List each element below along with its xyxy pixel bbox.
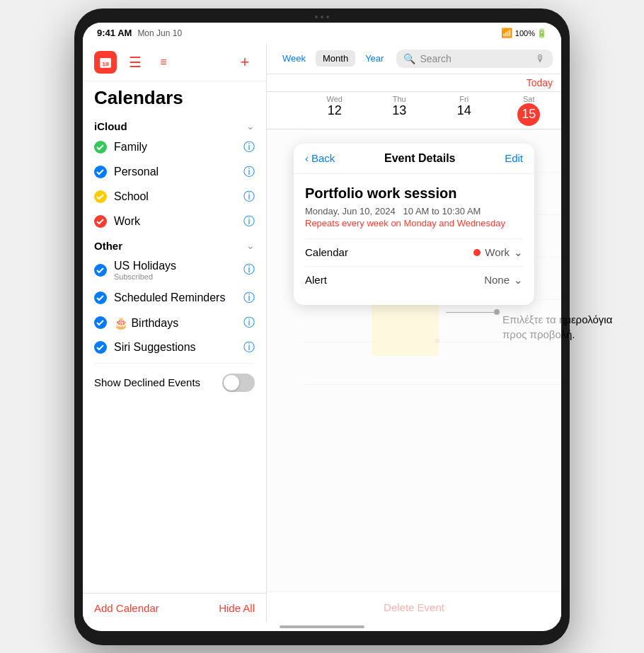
calendar-app-icon[interactable]: 10: [94, 51, 117, 74]
list-icon[interactable]: ≡: [154, 52, 173, 72]
calendar-field-value[interactable]: Work ⌄: [473, 246, 523, 259]
scheduled-reminders-info-icon[interactable]: ⓘ: [243, 291, 255, 306]
calendar-main: Week Month Year 🔍 Search 🎙 Today: [267, 44, 561, 623]
microphone-icon[interactable]: 🎙: [536, 53, 546, 64]
edit-button[interactable]: Edit: [505, 152, 523, 164]
search-bar[interactable]: 🔍 Search 🎙: [396, 50, 553, 68]
sidebar-item-work[interactable]: Work ⓘ: [83, 209, 266, 234]
wifi-icon: 📶: [501, 28, 512, 38]
personal-info-icon[interactable]: ⓘ: [243, 165, 255, 180]
birthdays-label: 🎂 Birthdays: [114, 316, 236, 330]
other-section-header[interactable]: Other ⌄: [83, 234, 266, 255]
year-view-button[interactable]: Year: [358, 50, 391, 67]
scheduled-reminders-dot: [94, 291, 107, 304]
day-header-sat: Sat 15: [497, 92, 562, 129]
event-detail-overlay: ‹ Back Event Details Edit Portfolio work…: [267, 129, 561, 623]
other-chevron-icon: ⌄: [246, 240, 255, 251]
day-label-thu: Thu: [367, 95, 432, 103]
status-time: 9:41 AM: [97, 28, 132, 38]
calendar-field-label: Calendar: [305, 246, 348, 258]
sidebar-item-scheduled-reminders[interactable]: Scheduled Reminders ⓘ: [83, 286, 266, 311]
calendar-header: Week Month Year 🔍 Search 🎙: [267, 44, 561, 74]
event-date-label: Monday, Jun 10, 2024: [305, 206, 396, 216]
sidebar-item-siri-suggestions[interactable]: Siri Suggestions ⓘ: [83, 335, 266, 360]
event-detail-card: ‹ Back Event Details Edit Portfolio work…: [294, 144, 534, 305]
sidebar-item-family[interactable]: Family ⓘ: [83, 135, 266, 160]
inbox-icon[interactable]: ☰: [125, 52, 145, 72]
day-label-fri: Fri: [432, 95, 497, 103]
day-num-wed: 12: [302, 103, 367, 118]
family-calendar-label: Family: [114, 141, 236, 154]
work-calendar-label: Work: [114, 215, 236, 228]
day-header-fri: Fri 14: [432, 92, 497, 129]
work-calendar-dot: [473, 249, 481, 256]
sidebar-footer: Add Calendar Hide All: [83, 593, 266, 623]
school-calendar-label: School: [114, 190, 236, 203]
days-header: Wed 12 Thu 13 Fri 14 Sat 15: [267, 92, 561, 129]
card-title: Event Details: [384, 152, 455, 165]
svg-text:10: 10: [103, 61, 109, 67]
status-day: Mon Jun 10: [137, 28, 182, 38]
work-info-icon[interactable]: ⓘ: [243, 214, 255, 229]
personal-dot: [94, 166, 107, 178]
sidebar-item-personal[interactable]: Personal ⓘ: [83, 160, 266, 185]
event-time-label: 10 AM to 10:30 AM: [403, 206, 481, 216]
battery-icon: 100% 🔋: [515, 28, 547, 38]
siri-suggestions-label: Siri Suggestions: [114, 341, 236, 354]
battery-label: 100%: [515, 29, 535, 37]
alert-chevron-icon: ⌄: [514, 274, 523, 287]
alert-value-text: None: [484, 274, 510, 286]
month-view-button[interactable]: Month: [316, 50, 355, 67]
sidebar-scroll: iCloud ⌄ Family ⓘ: [83, 112, 266, 593]
us-holidays-label: US Holidays: [114, 260, 236, 272]
card-body: Portfolio work session Monday, Jun 10, 2…: [294, 174, 534, 305]
alert-field-label: Alert: [305, 274, 327, 286]
week-view-button[interactable]: Week: [275, 50, 313, 67]
sidebar-item-birthdays[interactable]: 🎂 Birthdays ⓘ: [83, 311, 266, 335]
search-placeholder-text: Search: [420, 53, 451, 64]
school-info-icon[interactable]: ⓘ: [243, 190, 255, 204]
day-header-wed: Wed 12: [302, 92, 367, 129]
alert-field: Alert None ⌄: [305, 266, 523, 294]
chevron-down-icon: ⌄: [514, 246, 523, 259]
siri-suggestions-info-icon[interactable]: ⓘ: [243, 340, 255, 355]
day-label-wed: Wed: [302, 95, 367, 103]
back-button[interactable]: ‹ Back: [305, 152, 335, 164]
us-holidays-subtitle: Subscribed: [114, 272, 236, 281]
other-label: Other: [94, 240, 122, 252]
day-header-thu: Thu 13: [367, 92, 432, 129]
calendar-field: Calendar Work ⌄: [305, 238, 523, 266]
today-button[interactable]: Today: [527, 77, 553, 88]
day-num-sat: 15: [517, 103, 540, 126]
us-holidays-dot: [94, 264, 107, 277]
sidebar-item-us-holidays[interactable]: US Holidays Subscribed ⓘ: [83, 255, 266, 286]
us-holidays-info-icon[interactable]: ⓘ: [243, 262, 255, 277]
show-declined-toggle[interactable]: [222, 374, 255, 392]
card-header: ‹ Back Event Details Edit: [294, 144, 534, 174]
event-repeat: Repeats every week on Monday and Wednesd…: [305, 218, 523, 229]
hide-all-button[interactable]: Hide All: [219, 602, 255, 614]
day-num-fri: 14: [432, 103, 497, 118]
birthdays-info-icon[interactable]: ⓘ: [243, 316, 255, 330]
icloud-section-header[interactable]: iCloud ⌄: [83, 115, 266, 135]
calendar-value-text: Work: [485, 246, 510, 258]
alert-field-value[interactable]: None ⌄: [484, 274, 523, 287]
personal-calendar-label: Personal: [114, 166, 236, 178]
back-label: Back: [311, 152, 335, 164]
show-declined-label: Show Declined Events: [94, 376, 200, 388]
work-dot: [94, 215, 107, 228]
day-label-sat: Sat: [497, 95, 562, 103]
birthdays-dot: [94, 316, 107, 329]
calendar-body: ly Cheung's Bi...: [267, 129, 561, 623]
search-icon: 🔍: [403, 53, 415, 64]
sidebar: 10 ☰ ≡ + Calendars iCloud ⌄: [83, 44, 267, 623]
back-chevron-icon: ‹: [305, 152, 309, 164]
home-indicator: [280, 625, 364, 628]
event-title: Portfolio work session: [305, 185, 523, 202]
family-info-icon[interactable]: ⓘ: [243, 140, 255, 155]
siri-suggestions-dot: [94, 341, 107, 354]
status-bar: 9:41 AM Mon Jun 10 📶 100% 🔋: [83, 23, 561, 44]
add-calendar-button[interactable]: Add Calendar: [94, 602, 159, 614]
add-icon[interactable]: +: [235, 52, 255, 72]
sidebar-item-school[interactable]: School ⓘ: [83, 185, 266, 209]
